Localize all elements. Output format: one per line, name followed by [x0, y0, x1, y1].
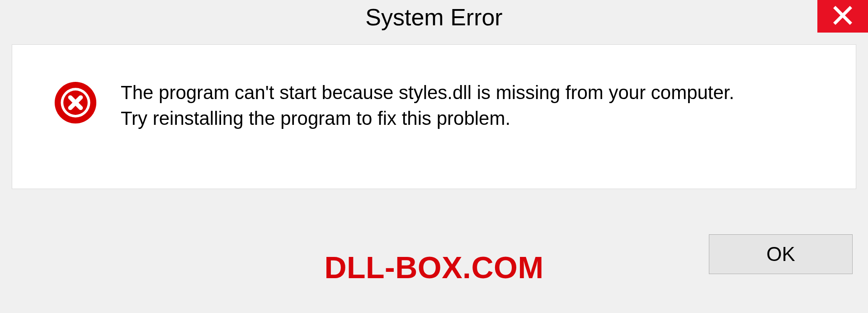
- close-button[interactable]: [817, 0, 868, 33]
- titlebar: System Error: [0, 0, 868, 34]
- close-icon: [833, 5, 853, 27]
- error-icon: [54, 81, 97, 124]
- error-message: The program can't start because styles.d…: [121, 79, 734, 131]
- error-message-line2: Try reinstalling the program to fix this…: [121, 106, 734, 132]
- error-message-line1: The program can't start because styles.d…: [121, 80, 734, 106]
- brand-watermark: DLL-BOX.COM: [324, 250, 543, 285]
- footer-area: DLL-BOX.COM OK: [0, 189, 868, 313]
- window-title: System Error: [365, 4, 502, 31]
- ok-button[interactable]: OK: [709, 234, 853, 274]
- error-dialog-window: System Error The program can't start bec…: [0, 0, 868, 313]
- message-panel: The program can't start because styles.d…: [12, 44, 856, 189]
